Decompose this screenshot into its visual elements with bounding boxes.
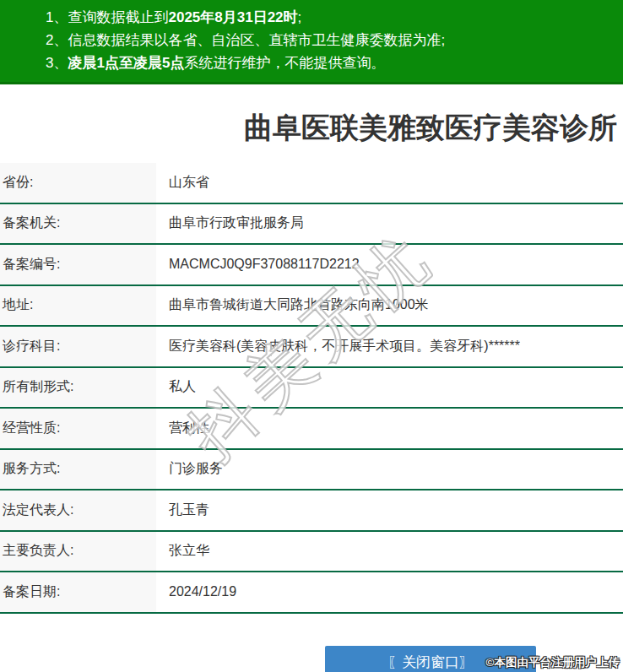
- page-title: 曲阜医联美雅致医疗美容诊所: [0, 111, 623, 144]
- table-row: 服务方式:门诊服务: [0, 450, 623, 491]
- field-label: 地址:: [0, 286, 156, 326]
- field-label: 服务方式:: [0, 450, 156, 490]
- field-label: 经营性质:: [0, 409, 156, 448]
- field-value: 私人: [156, 368, 623, 408]
- info-table: 省份:山东省备案机关:曲阜市行政审批服务局备案编号:MACMCJ0Q9F3708…: [0, 163, 623, 614]
- table-row: 经营性质:营利性: [0, 409, 623, 450]
- table-row: 诊疗科目:医疗美容科(美容皮肤科，不开展手术项目。美容牙科)******: [0, 327, 623, 368]
- field-value: 张立华: [156, 532, 623, 572]
- notice-item: 3、凌晨1点至凌晨5点系统进行维护，不能提供查询。: [0, 51, 623, 74]
- notice-list: 1、查询数据截止到2025年8月31日22时;2、信息数据结果以各省、自治区、直…: [0, 0, 623, 74]
- table-row: 所有制形式:私人: [0, 368, 623, 409]
- field-label: 法定代表人:: [0, 490, 156, 530]
- field-label: 备案机关:: [0, 204, 156, 244]
- field-label: 所有制形式:: [0, 368, 156, 408]
- field-value: 曲阜市行政审批服务局: [156, 204, 623, 244]
- close-window-button[interactable]: 〖关闭窗口〗: [325, 646, 536, 672]
- field-value: 孔玉青: [156, 490, 623, 530]
- table-row: 备案日期:2024/12/19: [0, 572, 623, 614]
- field-label: 备案日期:: [0, 572, 156, 612]
- table-row: 主要负责人:张立华: [0, 532, 623, 573]
- table-row: 备案机关:曲阜市行政审批服务局: [0, 204, 623, 246]
- notice-item: 1、查询数据截止到2025年8月31日22时;: [0, 6, 623, 29]
- field-label: 备案编号:: [0, 245, 156, 285]
- notice-item: 2、信息数据结果以各省、自治区、直辖市卫生健康委数据为准;: [0, 29, 623, 51]
- table-row: 地址:曲阜市鲁城街道大同路北首路东向南1000米: [0, 286, 623, 328]
- table-row: 省份:山东省: [0, 163, 623, 204]
- field-value: 曲阜市鲁城街道大同路北首路东向南1000米: [156, 286, 623, 326]
- field-value: 2024/12/19: [156, 572, 623, 612]
- table-row: 法定代表人:孔玉青: [0, 490, 623, 532]
- page-content: 曲阜医联美雅致医疗美容诊所 省份:山东省备案机关:曲阜市行政审批服务局备案编号:…: [0, 111, 623, 672]
- table-row: 备案编号:MACMCJ0Q9F37088117D2212: [0, 245, 623, 286]
- notice-header: 1、查询数据截止到2025年8月31日22时;2、信息数据结果以各省、自治区、直…: [0, 0, 623, 84]
- field-value: 门诊服务: [156, 450, 623, 490]
- field-label: 省份:: [0, 163, 156, 203]
- field-value: 营利性: [156, 409, 623, 448]
- field-value: 医疗美容科(美容皮肤科，不开展手术项目。美容牙科)******: [156, 327, 623, 366]
- field-value: 山东省: [156, 163, 623, 203]
- field-value: MACMCJ0Q9F37088117D2212: [156, 245, 623, 285]
- field-label: 主要负责人:: [0, 532, 156, 572]
- field-label: 诊疗科目:: [0, 327, 156, 366]
